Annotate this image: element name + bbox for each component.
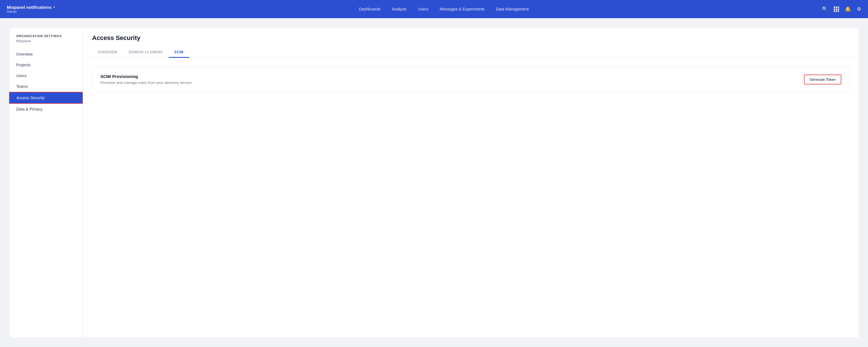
scim-card-title: SCIM Provisioning xyxy=(100,74,192,79)
sidebar-item-access-security[interactable]: Access Security xyxy=(9,92,83,104)
sidebar-item-overview[interactable]: Overview xyxy=(9,49,83,60)
topnav-actions: 🔍 🔔 ⚙ xyxy=(822,6,861,12)
tabs: OVERVIEW DOMAIN CLAIMING SCIM xyxy=(92,48,849,58)
content-body: SCIM Provisioning Provision and manage u… xyxy=(83,58,859,338)
content-area: Access Security OVERVIEW DOMAIN CLAIMING… xyxy=(83,27,859,338)
content-header: Access Security OVERVIEW DOMAIN CLAIMING… xyxy=(83,28,859,58)
main-layout: ORGANIZATION SETTINGS Mixpanel Overview … xyxy=(0,18,868,347)
top-navigation: Mixpanel notifications ▾ Owner Dashboard… xyxy=(0,0,868,18)
nav-messages[interactable]: Messages & Experiments xyxy=(440,7,485,11)
sidebar-item-data-privacy[interactable]: Data & Privacy xyxy=(9,104,83,115)
brand-subtitle: Owner xyxy=(7,10,55,13)
generate-token-button[interactable]: Generate Token xyxy=(804,74,841,85)
tab-scim[interactable]: SCIM xyxy=(169,48,189,58)
nav-dashboards[interactable]: Dashboards xyxy=(359,7,381,11)
brand-chevron-icon: ▾ xyxy=(53,6,55,9)
nav-users[interactable]: Users xyxy=(418,7,428,11)
search-icon[interactable]: 🔍 xyxy=(822,6,828,12)
grid-icon[interactable] xyxy=(834,6,839,12)
tab-overview[interactable]: OVERVIEW xyxy=(92,48,123,58)
sidebar-org-name: Mixpanel xyxy=(9,39,83,49)
nav-data-management[interactable]: Data Management xyxy=(496,7,529,11)
brand-title: Mixpanel notifications ▾ xyxy=(7,5,55,10)
brand-logo[interactable]: Mixpanel notifications ▾ Owner xyxy=(7,5,55,13)
settings-icon[interactable]: ⚙ xyxy=(857,6,861,12)
scim-card: SCIM Provisioning Provision and manage u… xyxy=(92,67,849,92)
scim-card-info: SCIM Provisioning Provision and manage u… xyxy=(100,74,192,85)
sidebar-item-teams[interactable]: Teams xyxy=(9,81,83,92)
notifications-icon[interactable]: 🔔 xyxy=(845,6,851,12)
nav-links: Dashboards Analysis Users Messages & Exp… xyxy=(66,7,822,11)
scim-card-description: Provision and manage users from your dir… xyxy=(100,81,192,85)
sidebar: ORGANIZATION SETTINGS Mixpanel Overview … xyxy=(9,27,83,338)
sidebar-item-projects[interactable]: Projects xyxy=(9,60,83,70)
page-title: Access Security xyxy=(92,34,849,42)
sidebar-section-label: ORGANIZATION SETTINGS xyxy=(9,34,83,39)
tab-domain-claiming[interactable]: DOMAIN CLAIMING xyxy=(123,48,168,58)
nav-analysis[interactable]: Analysis xyxy=(392,7,406,11)
sidebar-item-users[interactable]: Users xyxy=(9,70,83,81)
